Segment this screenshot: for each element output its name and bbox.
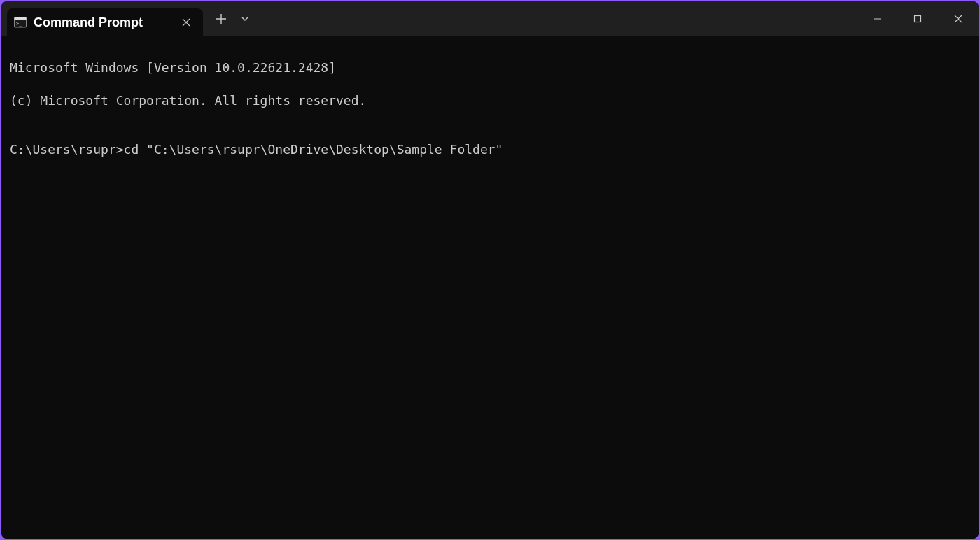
tab-command-prompt[interactable]: >_ Command Prompt <box>7 8 203 36</box>
terminal-prompt-line: C:\Users\rsupr>cd "C:\Users\rsupr\OneDri… <box>10 141 970 157</box>
titlebar[interactable]: >_ Command Prompt <box>1 1 979 36</box>
command-prompt-icon: >_ <box>14 16 27 29</box>
tab-actions <box>203 1 255 36</box>
window-controls <box>857 1 979 36</box>
tabs-area: >_ Command Prompt <box>1 1 203 36</box>
svg-text:>_: >_ <box>16 21 22 27</box>
minimize-button[interactable] <box>857 1 897 36</box>
new-tab-button[interactable] <box>209 6 234 31</box>
terminal-line: Microsoft Windows [Version 10.0.22621.24… <box>10 59 970 76</box>
svg-rect-1 <box>15 17 27 20</box>
terminal-line: (c) Microsoft Corporation. All rights re… <box>10 92 970 108</box>
terminal-window: >_ Command Prompt <box>1 1 979 539</box>
maximize-button[interactable] <box>897 1 938 36</box>
terminal-output[interactable]: Microsoft Windows [Version 10.0.22621.24… <box>1 36 979 539</box>
close-window-button[interactable] <box>938 1 979 36</box>
tab-close-button[interactable] <box>178 14 195 31</box>
tab-title: Command Prompt <box>34 15 171 30</box>
tab-dropdown-button[interactable] <box>234 6 255 31</box>
svg-rect-3 <box>915 16 921 22</box>
